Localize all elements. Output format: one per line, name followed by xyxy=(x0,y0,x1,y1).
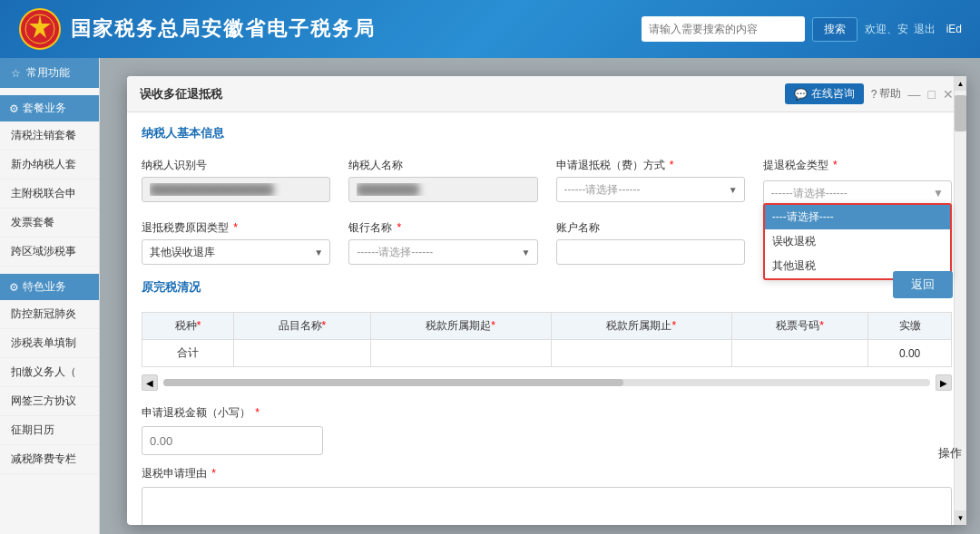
header: 国家税务总局安徽省电子税务局 搜索 欢迎、安 退出 iEd xyxy=(0,0,980,58)
scroll-track[interactable] xyxy=(163,379,930,386)
sidebar-item-1[interactable]: 清税注销套餐 xyxy=(0,121,99,150)
sidebar-item-10[interactable]: 征期日历 xyxy=(0,416,99,445)
amount-input[interactable] xyxy=(142,426,323,455)
col-tax-type: 税种* xyxy=(142,313,234,340)
required-mark-5: * xyxy=(255,406,260,419)
modal-scroll-thumb xyxy=(955,95,966,131)
sidebar-section-label: 套餐业务 xyxy=(23,101,66,116)
search-button[interactable]: 搜索 xyxy=(812,17,858,42)
col-actual-paid: 实缴 xyxy=(868,313,952,340)
special-icon: ⚙ xyxy=(9,281,19,294)
refund-type-trigger[interactable]: ------请选择------ ▼ xyxy=(763,180,952,206)
help-button[interactable]: ? 帮助 xyxy=(871,86,901,102)
refund-method-select-wrap: ------请选择------ ▼ xyxy=(556,177,745,202)
scroll-left-button[interactable]: ◀ xyxy=(142,374,158,391)
form-group-bank-name: 银行名称 * ------请选择------ ▼ xyxy=(348,220,537,265)
sidebar-item-9[interactable]: 网签三方协议 xyxy=(0,387,99,416)
account-name-input[interactable] xyxy=(556,239,745,265)
sidebar-item-3[interactable]: 主附税联合申 xyxy=(0,180,99,209)
refund-method-select[interactable]: ------请选择------ xyxy=(556,177,745,202)
header-title: 国家税务总局安徽省电子税务局 xyxy=(71,15,376,43)
form-group-taxpayer-name: 纳税人名称 xyxy=(348,158,537,206)
bank-name-select-wrap: ------请选择------ ▼ xyxy=(348,239,537,265)
return-button[interactable]: 返回 xyxy=(893,271,953,298)
online-consult-label: 在线咨询 xyxy=(811,86,855,102)
bank-name-label: 银行名称 * xyxy=(348,220,537,236)
modal: 误收多征退抵税 💬 在线咨询 ? 帮助 — □ ✕ 纳税人基本信息 xyxy=(127,76,966,525)
sidebar-common-label: 常用功能 xyxy=(26,65,70,81)
form-grid-1: 纳税人识别号 纳税人名称 申请退抵税（费）方式 * xyxy=(142,158,952,206)
required-mark-3: * xyxy=(233,221,238,234)
brand-text: iEd xyxy=(946,23,962,35)
required-mark: * xyxy=(670,159,674,171)
sidebar-item-7[interactable]: 涉税表单填制 xyxy=(0,329,99,358)
minimize-button[interactable]: — xyxy=(908,87,921,102)
sidebar-item-8[interactable]: 扣缴义务人（ xyxy=(0,358,99,387)
refund-type-option-default[interactable]: ----请选择---- xyxy=(765,205,950,229)
table-scrollbar: ◀ ▶ xyxy=(142,371,952,394)
header-right: 搜索 欢迎、安 退出 iEd xyxy=(642,16,962,42)
sidebar: ☆ 常用功能 ⚙ 套餐业务 清税注销套餐 新办纳税人套 主附税联合申 发票套餐 … xyxy=(0,58,100,534)
taxpayer-name-input[interactable] xyxy=(348,177,537,202)
sidebar-item-6[interactable]: 防控新冠肺炎 xyxy=(0,300,99,329)
modal-title: 误收多征退抵税 xyxy=(140,86,222,102)
amount-section: 申请退税金额（小写） * xyxy=(142,405,952,455)
cell-amount: 0.00 xyxy=(868,340,952,367)
welcome-text: 欢迎、安 xyxy=(865,22,908,37)
help-label: 帮助 xyxy=(879,86,901,102)
modal-scroll-down[interactable]: ▼ xyxy=(955,510,966,525)
form-group-taxpayer-id: 纳税人识别号 xyxy=(142,158,330,206)
refund-method-label: 申请退抵税（费）方式 * xyxy=(556,158,745,173)
sidebar-item-2[interactable]: 新办纳税人套 xyxy=(0,150,99,180)
star-icon: ☆ xyxy=(11,67,21,80)
search-input[interactable] xyxy=(642,16,805,42)
col-period-end: 税款所属期止* xyxy=(551,313,731,340)
bank-name-select[interactable]: ------请选择------ xyxy=(348,239,537,265)
form-group-reason-type: 退抵税费原因类型 * 其他误收退库 ▼ xyxy=(142,220,330,265)
reason-textarea[interactable] xyxy=(142,487,952,525)
col-period-start: 税款所属期起* xyxy=(370,313,551,340)
maximize-button[interactable]: □ xyxy=(928,87,936,102)
sidebar-common[interactable]: ☆ 常用功能 xyxy=(0,58,99,88)
sidebar-item-4[interactable]: 发票套餐 xyxy=(0,209,99,238)
sidebar-item-5[interactable]: 跨区域涉税事 xyxy=(0,238,99,267)
account-name-label: 账户名称 xyxy=(556,220,745,236)
reason-type-select-wrap: 其他误收退库 ▼ xyxy=(142,239,330,265)
table-header-row: 税种* 品目名称* 税款所属期起* 税款所属期止* 税票号码* 实缴 xyxy=(142,313,952,340)
required-mark-6: * xyxy=(211,467,216,480)
header-links: 欢迎、安 退出 xyxy=(865,22,936,37)
section-original-tax: 原完税清况 xyxy=(142,279,952,299)
reason-type-select[interactable]: 其他误收退库 xyxy=(142,239,330,265)
reason-type-label: 退抵税费原因类型 * xyxy=(142,220,330,236)
sidebar-item-11[interactable]: 减税降费专栏 xyxy=(0,445,99,474)
action-label: 操作 xyxy=(938,445,962,461)
refund-type-option-1[interactable]: 误收退税 xyxy=(765,229,950,254)
refund-type-label-row: 提退税金类型 * xyxy=(763,158,952,173)
scroll-right-button[interactable]: ▶ xyxy=(936,374,952,391)
modal-body: 纳税人基本信息 纳税人识别号 纳税人名称 xyxy=(127,112,966,525)
cell-period-end xyxy=(551,340,731,367)
sidebar-section-package: ⚙ 套餐业务 xyxy=(0,95,99,121)
modal-controls: 💬 在线咨询 ? 帮助 — □ ✕ xyxy=(785,83,954,104)
taxpayer-name-label: 纳税人名称 xyxy=(348,158,537,173)
logout-link[interactable]: 退出 xyxy=(914,22,936,37)
col-item-name: 品目名称* xyxy=(234,313,370,340)
taxpayer-id-input[interactable] xyxy=(142,177,330,202)
package-icon: ⚙ xyxy=(9,102,19,115)
close-button[interactable]: ✕ xyxy=(943,87,954,102)
cell-ticket xyxy=(731,340,867,367)
chat-icon: 💬 xyxy=(794,88,808,101)
header-logo: 国家税务总局安徽省电子税务局 xyxy=(18,7,376,51)
sidebar-section-special: ⚙ 特色业务 xyxy=(0,274,99,300)
modal-scroll-up[interactable]: ▲ xyxy=(955,76,966,91)
table-row: 合计 0.00 xyxy=(142,340,952,367)
cell-subtotal: 合计 xyxy=(142,340,234,367)
modal-header: 误收多征退抵税 💬 在线咨询 ? 帮助 — □ ✕ xyxy=(127,76,966,112)
refund-type-label: 提退税金类型 * xyxy=(763,158,838,173)
cell-item xyxy=(234,340,370,367)
required-mark-4: * xyxy=(397,221,402,234)
section-basic-info: 纳税人基本信息 xyxy=(142,125,952,145)
scroll-thumb xyxy=(163,379,623,386)
form-group-account-name: 账户名称 xyxy=(556,220,745,265)
online-consult-button[interactable]: 💬 在线咨询 xyxy=(785,83,864,104)
